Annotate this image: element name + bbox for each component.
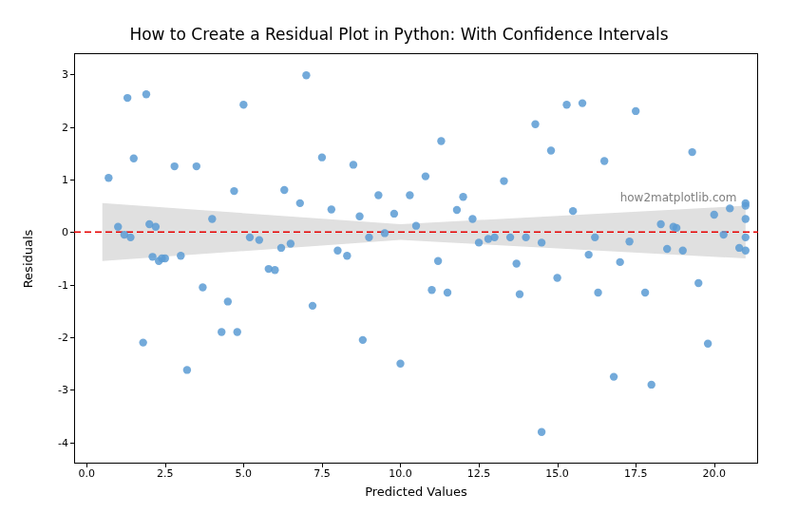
data-point bbox=[381, 229, 389, 237]
x-tick-label: 0.0 bbox=[78, 467, 95, 480]
data-point bbox=[512, 259, 520, 267]
data-point bbox=[126, 234, 134, 241]
x-tick-label: 5.0 bbox=[236, 467, 253, 480]
data-point bbox=[591, 234, 598, 241]
figure: How to Create a Residual Plot in Python:… bbox=[0, 0, 798, 532]
data-point bbox=[277, 244, 285, 252]
data-point bbox=[490, 234, 498, 241]
data-point bbox=[396, 360, 404, 368]
data-point bbox=[459, 193, 466, 200]
data-point bbox=[104, 174, 112, 181]
data-point bbox=[406, 191, 413, 199]
x-tick-mark bbox=[558, 464, 559, 467]
data-point bbox=[584, 251, 592, 258]
data-point bbox=[343, 252, 351, 259]
y-tick-mark bbox=[70, 390, 74, 390]
data-point bbox=[625, 238, 633, 245]
data-point bbox=[538, 428, 545, 436]
y-axis-label: Residuals bbox=[19, 53, 38, 464]
data-point bbox=[453, 206, 461, 214]
data-point bbox=[694, 279, 702, 287]
data-point bbox=[152, 223, 160, 231]
data-point bbox=[711, 211, 718, 218]
data-point bbox=[390, 210, 398, 218]
data-point bbox=[114, 223, 122, 231]
y-tick-label: -4 bbox=[30, 436, 68, 448]
y-tick-label: 0 bbox=[30, 226, 68, 238]
data-point bbox=[218, 328, 225, 335]
data-point bbox=[648, 381, 656, 389]
data-point bbox=[422, 172, 429, 180]
data-point bbox=[742, 201, 750, 209]
x-tick-label: 7.5 bbox=[314, 467, 331, 480]
data-point bbox=[271, 266, 278, 274]
data-point bbox=[610, 372, 618, 380]
data-point bbox=[170, 162, 178, 170]
data-point bbox=[641, 289, 649, 296]
y-tick-mark bbox=[70, 127, 74, 128]
x-tick-label: 17.5 bbox=[624, 467, 648, 480]
data-point bbox=[183, 366, 191, 373]
y-tick-label: 1 bbox=[30, 173, 68, 185]
data-point bbox=[679, 246, 687, 254]
y-tick-mark bbox=[70, 180, 74, 180]
data-point bbox=[656, 220, 664, 228]
x-tick-label: 20.0 bbox=[703, 467, 727, 480]
x-tick-mark bbox=[165, 464, 166, 467]
y-tick-mark bbox=[70, 285, 74, 286]
data-point bbox=[538, 238, 545, 246]
data-point bbox=[374, 191, 382, 199]
y-tick-label: -2 bbox=[30, 332, 68, 344]
data-point bbox=[516, 290, 523, 297]
y-tick-label: 3 bbox=[30, 68, 68, 81]
data-point bbox=[594, 289, 601, 296]
x-tick-label: 12.5 bbox=[467, 467, 491, 480]
x-tick-label: 15.0 bbox=[545, 467, 569, 480]
data-point bbox=[365, 234, 372, 241]
data-point bbox=[444, 289, 451, 296]
data-point bbox=[547, 146, 555, 154]
data-point bbox=[500, 177, 507, 184]
data-point bbox=[124, 94, 131, 102]
data-point bbox=[142, 90, 150, 98]
data-point bbox=[199, 283, 206, 291]
data-point bbox=[230, 187, 238, 195]
data-point bbox=[328, 205, 335, 213]
data-point bbox=[193, 162, 200, 170]
data-point bbox=[208, 215, 216, 222]
x-tick-mark bbox=[400, 464, 401, 467]
x-tick-mark bbox=[479, 464, 480, 467]
scatter-plot-svg bbox=[74, 53, 758, 464]
y-tick-label: -1 bbox=[30, 278, 68, 291]
data-point bbox=[579, 99, 586, 106]
data-point bbox=[437, 137, 445, 144]
data-point bbox=[234, 328, 241, 335]
data-point bbox=[632, 107, 639, 115]
x-tick-mark bbox=[243, 464, 244, 467]
data-point bbox=[162, 255, 169, 262]
data-point bbox=[333, 246, 341, 254]
x-axis-label: Predicted Values bbox=[74, 484, 758, 499]
data-point bbox=[569, 207, 577, 215]
data-point bbox=[359, 336, 367, 344]
data-point bbox=[256, 236, 263, 243]
data-point bbox=[296, 200, 304, 207]
data-point bbox=[616, 258, 623, 266]
data-point bbox=[302, 71, 310, 79]
data-point bbox=[600, 157, 608, 164]
y-tick-mark bbox=[70, 74, 74, 75]
y-tick-mark bbox=[70, 443, 74, 444]
data-point bbox=[670, 223, 677, 231]
data-point bbox=[688, 148, 695, 156]
data-point bbox=[287, 239, 294, 247]
y-tick-label: 2 bbox=[30, 121, 68, 133]
y-tick-mark bbox=[70, 337, 74, 338]
data-point bbox=[239, 101, 247, 108]
data-point bbox=[309, 302, 316, 310]
data-point bbox=[475, 238, 483, 246]
x-tick-label: 10.0 bbox=[389, 467, 412, 480]
data-point bbox=[434, 257, 442, 265]
x-tick-mark bbox=[636, 464, 636, 467]
data-point bbox=[280, 186, 288, 194]
data-point bbox=[130, 155, 138, 162]
